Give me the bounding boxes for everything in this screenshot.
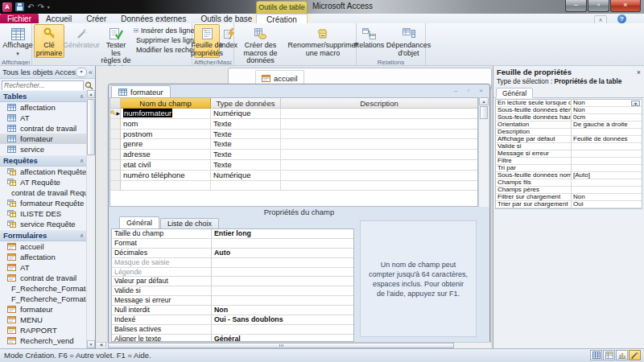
sheet-property-row[interactable]: Trier par sur chargement Oui ▼ xyxy=(496,201,642,208)
dropdown-icon[interactable]: ▼ xyxy=(631,101,640,106)
property-value[interactable]: Auto xyxy=(212,249,353,258)
collapse-icon[interactable]: ∧ xyxy=(80,232,84,239)
nav-scrollbar[interactable]: ▲ ▼ xyxy=(86,90,95,348)
field-type-cell[interactable]: Texte xyxy=(211,119,281,130)
sheet-property-row[interactable]: Valide si ▼ xyxy=(496,143,642,150)
property-row[interactable]: Indexé Oui - Sans doublons xyxy=(112,315,353,325)
scroll-thumb[interactable] xyxy=(108,343,454,348)
sheet-property-value[interactable]: Non ▼ xyxy=(572,100,642,107)
property-row[interactable]: Balises actives xyxy=(112,325,353,335)
field-row[interactable]: ▶ numéro téléphone Numérique xyxy=(110,171,477,181)
nav-menu-dropdown-icon[interactable]: ▾ xyxy=(76,68,87,77)
sheet-property-value[interactable]: ▼ xyxy=(572,150,642,158)
column-header-description[interactable]: Description xyxy=(281,98,477,109)
empty-field-row[interactable] xyxy=(110,181,477,191)
property-row[interactable]: Message si erreur xyxy=(112,296,353,306)
field-row[interactable]: ▶ adresse Texte xyxy=(110,150,477,160)
sheet-property-row[interactable]: Tri par ▼ xyxy=(496,165,642,172)
design-window-titlebar[interactable]: formateur – ▫ × xyxy=(109,84,489,97)
tab-liste-de-choix[interactable]: Liste de choix xyxy=(160,218,219,228)
sheet-property-value[interactable]: ▼ xyxy=(572,158,642,165)
sheet-property-row[interactable]: Sous-feuille données étendu Non ▼ xyxy=(496,107,642,114)
column-header-name[interactable]: Nom du champ xyxy=(121,98,211,109)
nav-item-query[interactable]: ILISTE DES xyxy=(0,208,87,219)
sheet-property-value[interactable]: [Auto] ▼ xyxy=(572,172,642,179)
sheet-property-row[interactable]: Filtre ▼ xyxy=(496,158,642,165)
nav-item-form[interactable]: F_Recherche_Formateur1 xyxy=(0,294,87,304)
sheet-property-value[interactable]: Non ▼ xyxy=(572,194,642,201)
design-view-icon[interactable] xyxy=(629,350,641,360)
field-type-cell[interactable]: Texte xyxy=(211,139,281,150)
nav-section-tables[interactable]: Tables ∧ xyxy=(0,90,87,102)
field-name-cell[interactable]: postnom xyxy=(121,130,211,140)
nav-item-table[interactable]: service xyxy=(0,144,87,154)
property-value[interactable] xyxy=(212,258,353,268)
property-value[interactable]: Général xyxy=(212,335,353,342)
sheet-property-value[interactable]: ▼ xyxy=(572,179,642,187)
nav-item-form[interactable]: affectation xyxy=(0,252,87,262)
row-selector[interactable]: ▶ xyxy=(110,119,121,130)
field-name-cell[interactable]: nom xyxy=(121,119,211,130)
property-value[interactable] xyxy=(212,239,353,249)
property-value[interactable] xyxy=(212,296,353,306)
nav-item-form[interactable]: RAPPORT xyxy=(0,325,87,335)
property-value[interactable]: Oui - Sans doublons xyxy=(212,315,353,325)
field-name-cell[interactable]: genre xyxy=(121,139,211,150)
property-row[interactable]: Taille du champ Entier long xyxy=(112,229,353,239)
sheet-property-value[interactable]: ▼ xyxy=(572,165,642,172)
field-type-cell[interactable]: Texte xyxy=(211,150,281,160)
delete-rows-button[interactable]: Supprimer les lignes xyxy=(134,35,198,45)
nav-item-query[interactable]: formateur Requête xyxy=(0,198,87,208)
horizontal-scrollbar[interactable]: ◀ xyxy=(97,342,491,348)
row-selector[interactable]: ▶ xyxy=(110,171,121,181)
row-selector[interactable]: ▶ xyxy=(110,109,121,119)
field-name-cell[interactable]: etat civil xyxy=(121,160,211,171)
formateur-tab[interactable]: formateur xyxy=(111,85,171,98)
collapse-icon[interactable]: ∧ xyxy=(80,158,84,164)
object-dependencies-button[interactable]: Dépendances d'objet xyxy=(389,24,429,58)
sheet-property-row[interactable]: Description ▼ xyxy=(496,129,642,136)
nav-section-requetes[interactable]: Requêtes ∧ xyxy=(0,154,87,167)
nav-item-form[interactable]: F_Recherche_Formateur xyxy=(0,283,87,294)
tab-accueil[interactable]: Accueil xyxy=(39,14,79,23)
field-name-cell[interactable]: numéro téléphone xyxy=(121,171,211,181)
sheet-property-value[interactable]: ▼ xyxy=(572,129,642,136)
close-icon[interactable]: × xyxy=(637,68,641,76)
nav-item-table[interactable]: affectation xyxy=(0,102,87,113)
nav-item-form[interactable]: formateur xyxy=(0,304,87,315)
property-sheet-button[interactable]: Feuille de propriétés xyxy=(194,24,220,58)
property-value[interactable] xyxy=(212,268,353,278)
scroll-thumb[interactable] xyxy=(480,106,488,119)
pivottable-view-icon[interactable] xyxy=(603,350,615,360)
sheet-property-row[interactable]: Champs fils ▼ xyxy=(496,179,642,187)
nav-item-form[interactable]: MENU xyxy=(0,315,87,325)
datasheet-view-icon[interactable] xyxy=(590,350,602,360)
field-type-cell[interactable]: Texte xyxy=(211,130,281,140)
row-selector-header[interactable] xyxy=(110,98,121,109)
search-icon[interactable] xyxy=(85,81,93,90)
row-selector[interactable]: ▶ xyxy=(110,130,121,140)
property-value[interactable]: Non xyxy=(212,306,353,315)
row-selector[interactable]: ▶ xyxy=(110,150,121,160)
sheet-property-row[interactable]: Message si erreur ▼ xyxy=(496,150,642,158)
nav-item-query[interactable]: service Requête xyxy=(0,219,87,229)
sheet-property-row[interactable]: En lecture seule lorsque déco Non ▼ xyxy=(496,100,642,107)
tab-general[interactable]: Général xyxy=(119,216,159,228)
relationships-button[interactable]: Relations xyxy=(353,24,386,51)
pivotchart-view-icon[interactable] xyxy=(616,350,628,360)
collapse-icon[interactable]: ∧ xyxy=(80,93,84,100)
field-type-cell[interactable]: Numérique xyxy=(211,109,281,119)
insert-rows-button[interactable]: Insérer des lignes xyxy=(134,26,198,35)
sheet-property-row[interactable]: Sous-feuille données nom [Auto] ▼ xyxy=(496,172,642,179)
nav-item-table[interactable]: contrat de travail xyxy=(0,123,87,134)
property-row[interactable]: Légende xyxy=(112,268,353,278)
restore-button[interactable]: ▫ xyxy=(588,0,609,12)
nav-item-form[interactable]: contrat de travail xyxy=(0,273,87,283)
nav-item-table[interactable]: formateur xyxy=(0,134,87,144)
column-header-type[interactable]: Type de données xyxy=(211,98,281,109)
field-description-cell[interactable] xyxy=(281,109,477,119)
sheet-property-row[interactable]: Orientation De gauche à droite ▼ xyxy=(496,121,642,129)
shutter-close-icon[interactable]: « xyxy=(89,68,93,76)
grid-scrollbar[interactable]: ▲ xyxy=(478,97,489,207)
primary-key-button[interactable]: Clé primaire xyxy=(34,24,64,58)
